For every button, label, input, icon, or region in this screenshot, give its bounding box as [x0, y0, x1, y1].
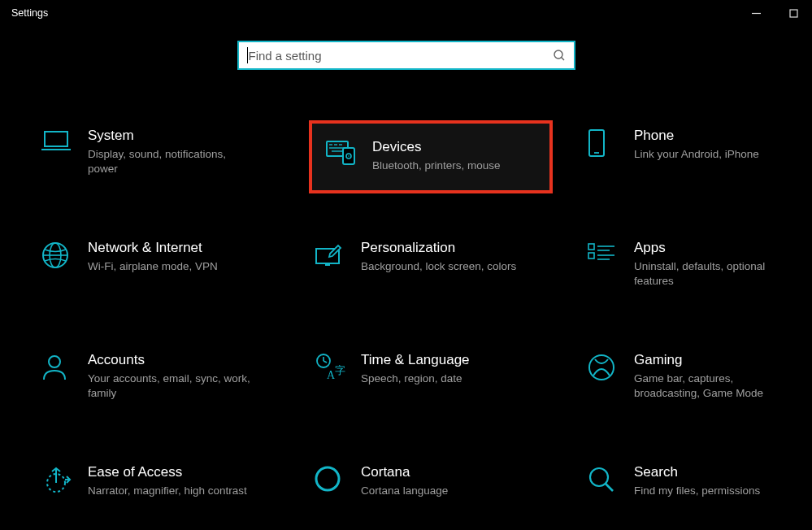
minimize-button[interactable] — [737, 0, 775, 26]
tile-search[interactable]: Search Find my files, permissions — [582, 457, 812, 530]
settings-grid: System Display, sound, notifications, po… — [0, 70, 812, 530]
apps-icon — [587, 239, 629, 267]
tile-title: Devices — [372, 138, 545, 159]
tile-desc: Game bar, captures, broadcasting, Game M… — [634, 371, 797, 401]
tile-desc: Uninstall, defaults, optional features — [634, 259, 797, 289]
svg-point-34 — [589, 355, 614, 380]
tile-title: Apps — [634, 239, 812, 259]
search-box[interactable] — [237, 41, 575, 70]
svg-point-14 — [348, 155, 350, 157]
tile-ease-of-access[interactable]: Ease of Access Narrator, magnifier, high… — [36, 457, 280, 530]
tile-title: Personalization — [361, 239, 548, 259]
tile-title: Gaming — [634, 351, 812, 371]
tile-title: Phone — [634, 127, 812, 147]
tile-gaming[interactable]: Gaming Game bar, captures, broadcasting,… — [582, 345, 812, 418]
tile-phone[interactable]: Phone Link your Android, iPhone — [582, 120, 812, 193]
tile-cortana[interactable]: Cortana Cortana language — [309, 457, 553, 530]
tile-title: Search — [634, 463, 812, 484]
tile-desc: Bluetooth, printers, mouse — [372, 159, 535, 173]
pen-icon — [314, 239, 356, 268]
tile-desc: Background, lock screen, colors — [361, 259, 523, 274]
search-icon — [553, 49, 566, 62]
maximize-button[interactable] — [775, 0, 812, 26]
svg-line-31 — [323, 361, 327, 363]
svg-rect-4 — [45, 132, 67, 146]
time-language-icon: A 字 — [314, 351, 356, 382]
tile-apps[interactable]: Apps Uninstall, defaults, optional featu… — [582, 232, 812, 306]
tile-title: Cortana — [361, 463, 548, 484]
svg-rect-23 — [588, 253, 594, 258]
ease-of-access-icon — [41, 463, 83, 494]
magnifier-icon — [587, 463, 629, 494]
tile-system[interactable]: System Display, sound, notifications, po… — [36, 120, 280, 193]
svg-rect-1 — [790, 10, 797, 17]
svg-point-28 — [49, 356, 60, 367]
tile-title: Ease of Access — [88, 463, 275, 484]
xbox-icon — [587, 351, 629, 382]
svg-point-36 — [316, 467, 339, 490]
laptop-icon — [41, 127, 83, 154]
tile-desc: Speech, region, date — [361, 371, 523, 386]
tile-desc: Wi-Fi, airplane mode, VPN — [88, 259, 250, 274]
tile-title: System — [88, 127, 275, 147]
tile-devices[interactable]: Devices Bluetooth, printers, mouse — [309, 120, 553, 193]
tile-title: Accounts — [88, 351, 275, 371]
svg-point-37 — [590, 468, 608, 486]
svg-text:字: 字 — [335, 364, 345, 376]
tile-accounts[interactable]: Accounts Your accounts, email, sync, wor… — [36, 345, 280, 418]
svg-rect-22 — [588, 244, 594, 250]
svg-point-2 — [554, 50, 562, 59]
person-icon — [41, 351, 83, 382]
tile-desc: Narrator, magnifier, high contrast — [88, 484, 250, 498]
tile-title: Time & Language — [361, 351, 548, 371]
globe-icon — [41, 239, 83, 270]
tile-desc: Find my files, permissions — [634, 484, 797, 498]
svg-line-38 — [606, 484, 613, 491]
svg-line-3 — [561, 58, 563, 60]
phone-icon — [587, 127, 629, 158]
titlebar: Settings — [0, 0, 812, 26]
cortana-icon — [314, 463, 356, 493]
search-area — [0, 26, 812, 70]
tile-title: Network & Internet — [88, 239, 275, 259]
window-title: Settings — [11, 7, 48, 19]
tile-desc: Link your Android, iPhone — [634, 147, 797, 162]
tile-personalization[interactable]: Personalization Background, lock screen,… — [309, 232, 553, 306]
devices-icon — [325, 138, 367, 167]
tile-desc: Cortana language — [361, 484, 523, 498]
tile-desc: Your accounts, email, sync, work, family — [88, 371, 250, 401]
tile-desc: Display, sound, notifications, power — [88, 147, 250, 176]
text-caret — [247, 47, 248, 63]
search-input[interactable] — [249, 49, 553, 63]
tile-network[interactable]: Network & Internet Wi-Fi, airplane mode,… — [36, 232, 280, 306]
window-controls — [737, 0, 812, 26]
tile-time-language[interactable]: A 字 Time & Language Speech, region, date — [309, 345, 553, 418]
